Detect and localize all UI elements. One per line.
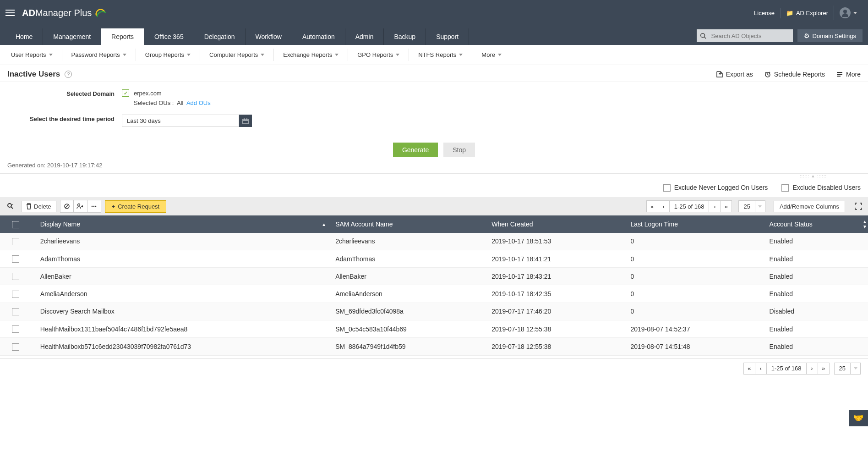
time-period-input: Last 30 days xyxy=(122,115,252,127)
table-row[interactable]: HealthMailboxb571c6edd23043039f70982fa07… xyxy=(0,338,868,355)
main-tab-management[interactable]: Management xyxy=(43,28,101,45)
generate-button[interactable]: Generate xyxy=(393,143,438,157)
pager-last[interactable]: » xyxy=(720,200,732,212)
main-tab-backup[interactable]: Backup xyxy=(384,28,426,45)
cell-when-created: 2019-10-17 18:41:21 xyxy=(486,250,625,267)
help-icon[interactable]: ? xyxy=(65,71,72,78)
exclude-never-logged-checkbox[interactable]: Exclude Never Logged On Users xyxy=(663,184,768,192)
table-toolbar: Delete +Create Request « ‹ 1-25 of 168 ›… xyxy=(0,197,868,215)
chevron-down-icon xyxy=(459,54,463,56)
main-tab-delegation[interactable]: Delegation xyxy=(194,28,246,45)
calendar-icon[interactable] xyxy=(239,115,252,127)
page-size-select[interactable]: 25 xyxy=(738,200,765,212)
table-row[interactable]: 2charlieevans2charlieevans2019-10-17 18:… xyxy=(0,233,868,250)
pager-prev[interactable]: ‹ xyxy=(658,200,670,212)
add-remove-columns-button[interactable]: Add/Remove Columns xyxy=(774,201,845,212)
pager-last-bottom[interactable]: » xyxy=(818,363,830,375)
cell-when-created: 2019-10-17 18:42:35 xyxy=(486,285,625,303)
cell-sam-account: SM_8864a7949f1d4fb59 xyxy=(330,338,486,355)
cell-sam-account: SM_0c54c583a10f44b69 xyxy=(330,320,486,338)
pager-bottom-wrap: « ‹ 1-25 of 168 › » 25 xyxy=(0,358,868,378)
more-actions-icon[interactable] xyxy=(87,200,101,213)
main-tab-admin[interactable]: Admin xyxy=(345,28,384,45)
chevron-down-icon xyxy=(498,54,502,56)
page-size-select-bottom[interactable]: 25 xyxy=(834,363,861,375)
row-checkbox[interactable] xyxy=(12,291,19,298)
table-row[interactable]: AdamThomasAdamThomas2019-10-17 18:41:210… xyxy=(0,250,868,267)
gear-icon xyxy=(804,32,810,39)
cell-account-status: Enabled xyxy=(764,338,868,355)
col-account-status[interactable]: Account Status▲▼ xyxy=(764,215,868,232)
delete-button[interactable]: Delete xyxy=(21,201,56,212)
row-checkbox[interactable] xyxy=(12,308,19,315)
sub-tab-computer-reports[interactable]: Computer Reports xyxy=(200,49,273,61)
trash-icon xyxy=(26,203,32,209)
sub-tab-group-reports[interactable]: Group Reports xyxy=(136,49,200,61)
license-link[interactable]: License xyxy=(748,8,780,18)
sub-tab-more[interactable]: More xyxy=(472,49,511,61)
cell-when-created: 2019-07-18 12:55:38 xyxy=(486,338,625,355)
cell-account-status: Enabled xyxy=(764,268,868,285)
main-tab-workflow[interactable]: Workflow xyxy=(246,28,292,45)
brand-logo: ADManager Plus xyxy=(22,7,106,19)
add-ous-link[interactable]: Add OUs xyxy=(186,99,211,106)
row-checkbox[interactable] xyxy=(12,343,19,351)
col-display-name[interactable]: Display Name▲ xyxy=(35,215,330,232)
time-period-value[interactable]: Last 30 days xyxy=(122,115,239,127)
svg-rect-6 xyxy=(243,119,248,124)
cell-account-status: Enabled xyxy=(764,285,868,303)
col-sam-account[interactable]: SAM Account Name xyxy=(330,215,486,232)
move-user-icon[interactable] xyxy=(74,200,87,213)
row-checkbox[interactable] xyxy=(12,238,19,245)
adexplorer-link[interactable]: 📁AD Explorer xyxy=(780,8,834,18)
menu-icon[interactable] xyxy=(5,10,15,16)
stop-button[interactable]: Stop xyxy=(443,143,475,157)
schedule-reports-button[interactable]: Schedule Reports xyxy=(764,71,825,78)
cell-account-status: Enabled xyxy=(764,320,868,338)
search-box[interactable] xyxy=(697,29,793,42)
cell-sam-account: AllenBaker xyxy=(330,268,486,285)
disable-circle-icon[interactable] xyxy=(60,200,74,213)
main-tab-office-365[interactable]: Office 365 xyxy=(144,28,194,45)
table-row[interactable]: HealthMailbox1311baef504f4c7486f1bd792fe… xyxy=(0,320,868,338)
pager-bottom: « ‹ 1-25 of 168 › » xyxy=(744,363,830,375)
domain-checkbox[interactable]: ✓ xyxy=(122,89,129,97)
splitter-handle[interactable]: :::::: ▲ :::::: xyxy=(0,174,868,178)
sub-tab-user-reports[interactable]: User Reports xyxy=(2,49,62,61)
scroll-arrow-icon[interactable]: ▲▼ xyxy=(862,215,868,232)
exclude-disabled-checkbox[interactable]: Exclude Disabled Users xyxy=(781,184,861,192)
pager-prev-bottom[interactable]: ‹ xyxy=(755,363,767,375)
pager-first[interactable]: « xyxy=(646,200,658,212)
select-all-header[interactable] xyxy=(0,215,35,232)
row-checkbox[interactable] xyxy=(12,273,19,280)
advanced-search-icon[interactable] xyxy=(4,200,17,213)
create-request-button[interactable]: +Create Request xyxy=(105,200,167,213)
domain-settings-button[interactable]: Domain Settings xyxy=(797,29,863,42)
pager-first-bottom[interactable]: « xyxy=(743,363,755,375)
sub-tab-password-reports[interactable]: Password Reports xyxy=(62,49,136,61)
search-icon[interactable] xyxy=(697,33,710,39)
data-table-wrapper: Display Name▲ SAM Account Name When Crea… xyxy=(0,215,868,355)
sub-tab-gpo-reports[interactable]: GPO Reports xyxy=(348,49,409,61)
main-tab-support[interactable]: Support xyxy=(426,28,469,45)
table-row[interactable]: Discovery Search MailboxSM_69dfded3fc0f4… xyxy=(0,303,868,320)
user-menu[interactable] xyxy=(834,6,863,20)
main-tab-reports[interactable]: Reports xyxy=(101,28,144,45)
row-checkbox[interactable] xyxy=(12,255,19,263)
pager-next-bottom[interactable]: › xyxy=(806,363,818,375)
main-tab-automation[interactable]: Automation xyxy=(292,28,345,45)
export-as-button[interactable]: Export as xyxy=(716,71,753,78)
table-row[interactable]: AllenBakerAllenBaker2019-10-17 18:43:210… xyxy=(0,268,868,285)
col-when-created[interactable]: When Created xyxy=(486,215,625,232)
sub-tab-ntfs-reports[interactable]: NTFS Reports xyxy=(409,49,472,61)
fullscreen-icon[interactable] xyxy=(852,200,864,212)
col-last-logon[interactable]: Last Logon Time xyxy=(625,215,764,232)
cell-display-name: AllenBaker xyxy=(35,268,330,285)
pager-next[interactable]: › xyxy=(709,200,721,212)
search-input[interactable] xyxy=(710,31,793,41)
more-button[interactable]: More xyxy=(836,71,861,78)
sub-tab-exchange-reports[interactable]: Exchange Reports xyxy=(273,49,348,61)
table-row[interactable]: AmeliaAndersonAmeliaAnderson2019-10-17 1… xyxy=(0,285,868,303)
main-tab-home[interactable]: Home xyxy=(5,28,43,45)
row-checkbox[interactable] xyxy=(12,325,19,333)
